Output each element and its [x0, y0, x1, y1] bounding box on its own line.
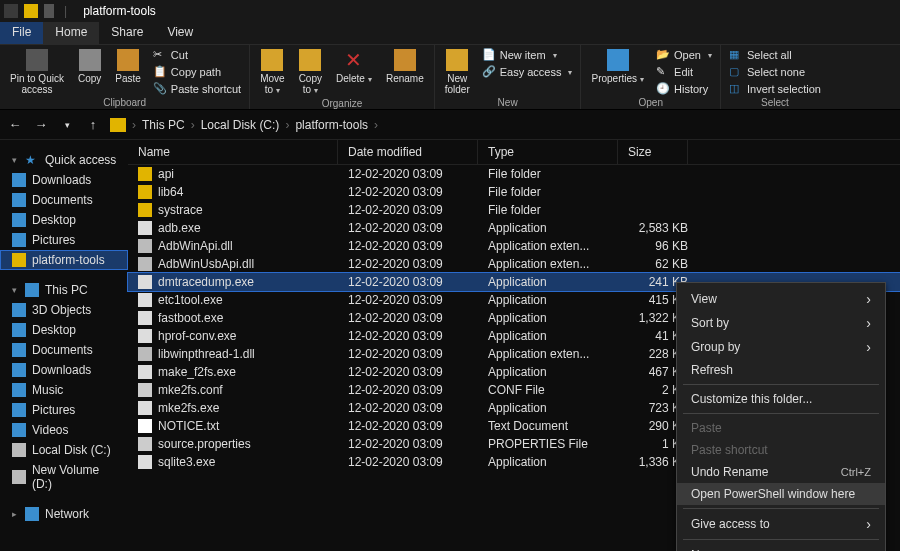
sidebar-documents2[interactable]: Documents	[0, 340, 128, 360]
copy-button[interactable]: Copy	[74, 47, 105, 86]
disk-icon	[12, 470, 26, 484]
nav-forward-button[interactable]: →	[32, 117, 50, 132]
sidebar-pictures[interactable]: Pictures	[0, 230, 128, 250]
sidebar-music[interactable]: Music	[0, 380, 128, 400]
file-size: 62 KB	[618, 257, 698, 271]
history-button[interactable]: 🕘History	[654, 81, 714, 97]
file-row[interactable]: api12-02-2020 03:09File folder	[128, 165, 900, 183]
copy-icon	[79, 49, 101, 71]
new-item-button[interactable]: 📄New item	[480, 47, 575, 63]
nav-history-button[interactable]: ▾	[58, 120, 76, 130]
file-name: systrace	[158, 203, 203, 217]
file-date: 12-02-2020 03:09	[338, 365, 478, 379]
rename-button[interactable]: Rename	[382, 47, 428, 86]
sidebar-3d-objects[interactable]: 3D Objects	[0, 300, 128, 320]
pin-button[interactable]: Pin to Quick access	[6, 47, 68, 97]
paste-button[interactable]: Paste	[111, 47, 145, 86]
file-name: mke2fs.exe	[158, 401, 219, 415]
file-type: Application	[478, 401, 618, 415]
pin-label: Pin to Quick access	[10, 73, 64, 95]
tab-share[interactable]: Share	[99, 22, 155, 44]
file-row[interactable]: adb.exe12-02-2020 03:09Application2,583 …	[128, 219, 900, 237]
ctx-undo-rename[interactable]: Undo RenameCtrl+Z	[677, 461, 885, 483]
cut-button[interactable]: ✂Cut	[151, 47, 243, 63]
file-row[interactable]: lib6412-02-2020 03:09File folder	[128, 183, 900, 201]
breadcrumb[interactable]: › This PC › Local Disk (C:) › platform-t…	[110, 118, 894, 132]
select-none-button[interactable]: ▢Select none	[727, 64, 823, 80]
sidebar-documents[interactable]: Documents	[0, 190, 128, 210]
new-folder-button[interactable]: New folder	[441, 47, 474, 97]
videos-icon	[12, 423, 26, 437]
file-date: 12-02-2020 03:09	[338, 455, 478, 469]
file-row[interactable]: AdbWinApi.dll12-02-2020 03:09Application…	[128, 237, 900, 255]
paste-shortcut-button[interactable]: 📎Paste shortcut	[151, 81, 243, 97]
easy-access-button[interactable]: 🔗Easy access	[480, 64, 575, 80]
sidebar-videos[interactable]: Videos	[0, 420, 128, 440]
move-to-button[interactable]: Move to	[256, 47, 288, 98]
select-all-button[interactable]: ▦Select all	[727, 47, 823, 63]
invert-selection-button[interactable]: ◫Invert selection	[727, 81, 823, 97]
copy-to-button[interactable]: Copy to	[295, 47, 326, 98]
sidebar-downloads[interactable]: Downloads	[0, 170, 128, 190]
sidebar-desktop[interactable]: Desktop	[0, 210, 128, 230]
move-icon	[261, 49, 283, 71]
ctx-give-access[interactable]: Give access to	[677, 512, 885, 536]
file-icon	[138, 347, 152, 361]
sidebar-local-disk[interactable]: Local Disk (C:)	[0, 440, 128, 460]
breadcrumb-pc[interactable]: This PC	[142, 118, 185, 132]
open-button[interactable]: 📂Open	[654, 47, 714, 63]
tab-view[interactable]: View	[155, 22, 205, 44]
cut-icon: ✂	[153, 48, 167, 62]
move-label: Move to	[260, 73, 284, 96]
sidebar-platform-tools[interactable]: platform-tools	[0, 250, 128, 270]
tab-file[interactable]: File	[0, 22, 43, 44]
sidebar-new-volume[interactable]: New Volume (D:)	[0, 460, 128, 494]
delete-icon: ✕	[343, 49, 365, 71]
breadcrumb-folder[interactable]: platform-tools	[295, 118, 368, 132]
sidebar-downloads2[interactable]: Downloads	[0, 360, 128, 380]
newfolder-icon	[446, 49, 468, 71]
file-type: PROPERTIES File	[478, 437, 618, 451]
qa-icon	[44, 4, 54, 18]
new-group-label: New	[498, 97, 518, 110]
file-name: fastboot.exe	[158, 311, 223, 325]
sidebar-quick-access[interactable]: ★Quick access	[0, 150, 128, 170]
nav-up-button[interactable]: ↑	[84, 117, 102, 132]
file-row[interactable]: systrace12-02-2020 03:09File folder	[128, 201, 900, 219]
file-icon	[138, 383, 152, 397]
ctx-new[interactable]: New	[677, 543, 885, 551]
star-icon: ★	[25, 153, 39, 167]
file-date: 12-02-2020 03:09	[338, 401, 478, 415]
delete-button[interactable]: ✕ Delete	[332, 47, 376, 87]
sidebar-this-pc[interactable]: This PC	[0, 280, 128, 300]
sidebar-pictures2[interactable]: Pictures	[0, 400, 128, 420]
documents-icon	[12, 193, 26, 207]
sidebar-network[interactable]: Network	[0, 504, 128, 524]
ctx-customize[interactable]: Customize this folder...	[677, 388, 885, 410]
sidebar-desktop2[interactable]: Desktop	[0, 320, 128, 340]
paste-icon	[117, 49, 139, 71]
col-date[interactable]: Date modified	[338, 140, 478, 164]
col-name[interactable]: Name	[128, 140, 338, 164]
file-row[interactable]: AdbWinUsbApi.dll12-02-2020 03:09Applicat…	[128, 255, 900, 273]
ctx-refresh[interactable]: Refresh	[677, 359, 885, 381]
file-name: AdbWinUsbApi.dll	[158, 257, 254, 271]
file-name: adb.exe	[158, 221, 201, 235]
ctx-shortcut: Ctrl+Z	[841, 466, 871, 478]
col-size[interactable]: Size	[618, 140, 688, 164]
file-date: 12-02-2020 03:09	[338, 185, 478, 199]
file-type: Application	[478, 275, 618, 289]
file-type: CONF File	[478, 383, 618, 397]
ctx-group-by[interactable]: Group by	[677, 335, 885, 359]
ctx-open-powershell[interactable]: Open PowerShell window here	[677, 483, 885, 505]
col-type[interactable]: Type	[478, 140, 618, 164]
ctx-sort-by[interactable]: Sort by	[677, 311, 885, 335]
ctx-view[interactable]: View	[677, 287, 885, 311]
copy-path-button[interactable]: 📋Copy path	[151, 64, 243, 80]
breadcrumb-disk[interactable]: Local Disk (C:)	[201, 118, 280, 132]
file-type: Text Document	[478, 419, 618, 433]
nav-back-button[interactable]: ←	[6, 117, 24, 132]
properties-button[interactable]: Properties	[587, 47, 648, 87]
edit-button[interactable]: ✎Edit	[654, 64, 714, 80]
tab-home[interactable]: Home	[43, 22, 99, 44]
